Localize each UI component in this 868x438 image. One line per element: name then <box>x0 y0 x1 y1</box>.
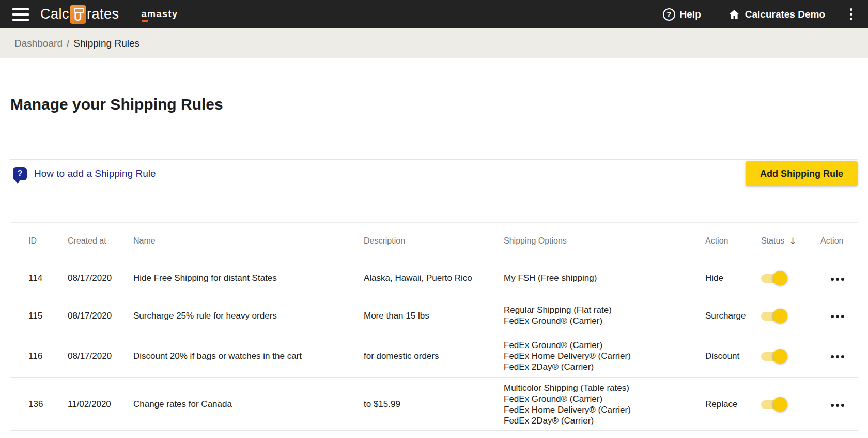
store-button[interactable]: Calcurates Demo <box>728 8 825 21</box>
cell-status <box>761 378 820 431</box>
shipping-option: FedEx Ground® (Carrier) <box>504 394 698 404</box>
section-divider <box>10 159 858 160</box>
breadcrumb-dashboard[interactable]: Dashboard <box>14 38 63 49</box>
breadcrumb-current: Shipping Rules <box>73 38 140 49</box>
home-icon <box>728 8 740 21</box>
column-header-name[interactable]: Name <box>133 223 364 259</box>
cell-shipping-options: My FSH (Free shipping) <box>504 259 705 297</box>
shipping-option: FedEx 2Day® (Carrier) <box>504 415 698 426</box>
cell-row-menu <box>820 378 858 431</box>
shipping-option: FedEx Ground® (Carrier) <box>504 315 698 326</box>
status-toggle[interactable] <box>761 352 786 361</box>
cell-row-menu <box>820 259 858 297</box>
column-header-created-at[interactable]: Created at <box>68 223 133 259</box>
cell-status <box>761 334 820 378</box>
shipping-option: Regular Shipping (Flat rate) <box>504 305 698 315</box>
cell-action: Surcharge <box>705 297 761 334</box>
cell-created-at: 08/17/2020 <box>68 334 133 378</box>
cell-id: 116 <box>10 334 68 378</box>
main-content: Manage your Shipping Rules ? How to add … <box>0 94 868 431</box>
page-title: Manage your Shipping Rules <box>10 94 858 115</box>
cell-action: Discount <box>705 334 761 378</box>
row-actions-button[interactable] <box>830 401 845 410</box>
column-header-action[interactable]: Action <box>705 223 761 259</box>
cell-shipping-options: Regular Shipping (Flat rate)FedEx Ground… <box>504 297 705 334</box>
cell-name: Change rates for Canada <box>133 378 364 431</box>
shipping-option: My FSH (Free shipping) <box>504 273 698 283</box>
status-toggle-knob <box>773 349 787 364</box>
cell-description: to $15.99 <box>364 378 504 431</box>
cell-id: 114 <box>10 259 68 297</box>
cell-created-at: 08/17/2020 <box>68 297 133 334</box>
logo-text-rates: rates <box>87 6 119 22</box>
status-toggle[interactable] <box>761 312 786 321</box>
row-actions-button[interactable] <box>830 312 845 321</box>
cell-shipping-options: Multicolor Shipping (Table rates)FedEx G… <box>504 378 705 431</box>
amasty-logo: amasty <box>142 9 178 20</box>
table-row: 11608/17/2020Discount 20% if bags or wat… <box>10 334 858 378</box>
column-header-shipping-options[interactable]: Shipping Options <box>504 223 705 259</box>
cell-action: Replace <box>705 378 761 431</box>
toolbar: ? How to add a Shipping Rule Add Shippin… <box>10 161 858 186</box>
cell-id: 115 <box>10 297 68 334</box>
column-header-row-action[interactable]: Action <box>820 223 858 259</box>
overflow-menu-icon[interactable] <box>848 6 855 22</box>
account-label: Calcurates Demo <box>745 9 825 20</box>
breadcrumb-separator: / <box>67 38 69 49</box>
row-actions-button[interactable] <box>830 275 845 284</box>
howto-link[interactable]: ? How to add a Shipping Rule <box>13 167 156 180</box>
cell-name: Discount 20% if bags or watches in the c… <box>133 334 364 378</box>
cell-status <box>761 297 820 334</box>
status-toggle-knob <box>773 271 787 285</box>
shipping-option: FedEx Ground® (Carrier) <box>504 340 698 351</box>
howto-link-label: How to add a Shipping Rule <box>34 168 156 179</box>
cell-created-at: 11/02/2020 <box>68 378 133 431</box>
cell-id: 136 <box>10 378 68 431</box>
cell-status <box>761 259 820 297</box>
sort-descending-icon: ↓ <box>789 236 796 246</box>
help-circle-icon: ? <box>663 8 675 21</box>
calcurates-logo[interactable]: Calc U rates <box>40 5 119 24</box>
help-button[interactable]: ? Help <box>663 8 701 21</box>
cell-created-at: 08/17/2020 <box>68 259 133 297</box>
shipping-option: FedEx Home Delivery® (Carrier) <box>504 404 698 415</box>
column-header-id[interactable]: ID <box>10 223 68 259</box>
logo-divider <box>130 7 130 22</box>
cell-shipping-options: FedEx Ground® (Carrier)FedEx Home Delive… <box>504 334 705 378</box>
add-shipping-rule-button[interactable]: Add Shipping Rule <box>746 161 858 186</box>
calculator-box-icon: U <box>70 5 86 24</box>
logo-text-calc: Calc <box>40 6 69 22</box>
status-toggle[interactable] <box>761 274 786 283</box>
table-row: 13611/02/2020Change rates for Canadato $… <box>10 378 858 431</box>
status-toggle-knob <box>773 309 787 323</box>
shipping-option: Multicolor Shipping (Table rates) <box>504 383 698 394</box>
table-row: 11508/17/2020Surcharge 25% rule for heav… <box>10 297 858 334</box>
cell-name: Hide Free Shipping for distant States <box>133 259 364 297</box>
shipping-option: FedEx 2Day® (Carrier) <box>504 361 698 372</box>
help-label: Help <box>680 9 701 20</box>
column-header-description[interactable]: Description <box>364 223 504 259</box>
app-header: Calc U rates amasty ? Help Calcurates De… <box>0 0 868 28</box>
table-header-row: ID Created at Name Description Shipping … <box>10 223 858 259</box>
cell-description: Alaska, Hawaii, Puerto Rico <box>364 259 504 297</box>
table-row: 11408/17/2020Hide Free Shipping for dist… <box>10 259 858 297</box>
breadcrumb: Dashboard / Shipping Rules <box>0 28 868 58</box>
menu-icon[interactable] <box>12 8 29 21</box>
cell-row-menu <box>820 334 858 378</box>
status-header-label: Status <box>761 236 784 246</box>
row-actions-button[interactable] <box>830 352 845 361</box>
shipping-rules-table: ID Created at Name Description Shipping … <box>10 222 858 431</box>
column-header-status[interactable]: Status ↓ <box>761 223 820 259</box>
cell-action: Hide <box>705 259 761 297</box>
shipping-option: FedEx Home Delivery® (Carrier) <box>504 351 698 361</box>
status-toggle[interactable] <box>761 400 786 409</box>
cell-name: Surcharge 25% rule for heavy orders <box>133 297 364 334</box>
cell-row-menu <box>820 297 858 334</box>
cell-description: More than 15 lbs <box>364 297 504 334</box>
question-bubble-icon: ? <box>13 167 27 180</box>
status-toggle-knob <box>773 397 787 412</box>
cell-description: for domestic orders <box>364 334 504 378</box>
